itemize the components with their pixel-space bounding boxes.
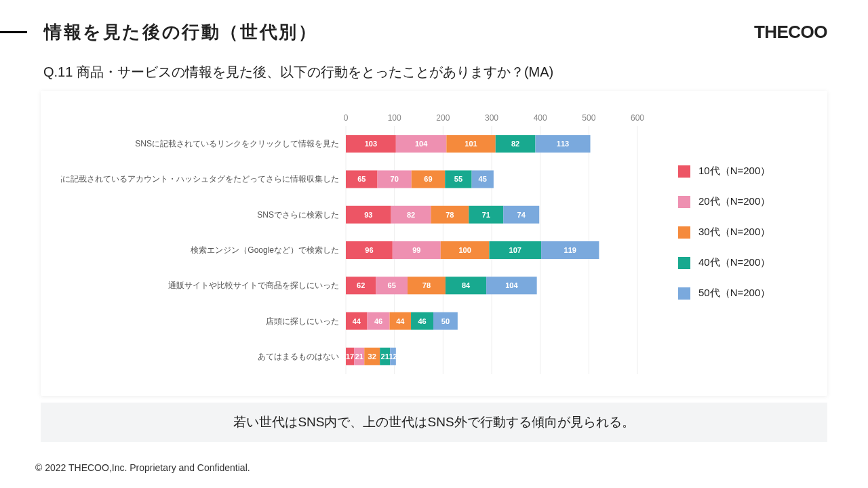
chart-card: 0100200300400500600SNSに記載されているリンクをクリックして…: [41, 91, 827, 396]
legend-swatch: [678, 257, 690, 269]
svg-text:500: 500: [582, 113, 595, 123]
insight-note: 若い世代はSNS内で、上の世代はSNS外で行動する傾向が見られる。: [41, 403, 827, 442]
svg-text:投稿に記載されているアカウント・ハッシュタグをたどってさらに: 投稿に記載されているアカウント・ハッシュタグをたどってさらに情報収集した: [61, 174, 339, 184]
svg-text:82: 82: [407, 211, 415, 219]
question-text: Q.11 商品・サービスの情報を見た後、以下の行動をとったことがありますか？(M…: [43, 63, 868, 81]
title-accent-bar: [0, 31, 27, 33]
svg-text:50: 50: [441, 317, 450, 325]
svg-text:SNSでさらに検索した: SNSでさらに検索した: [257, 210, 339, 220]
svg-text:12: 12: [389, 352, 397, 361]
svg-text:70: 70: [391, 175, 399, 183]
legend-label: 20代（N=200）: [698, 195, 770, 208]
svg-text:通販サイトや比較サイトで商品を探しにいった: 通販サイトや比較サイトで商品を探しにいった: [168, 281, 339, 290]
svg-text:100: 100: [458, 246, 471, 254]
svg-text:65: 65: [357, 175, 366, 183]
svg-text:21: 21: [355, 352, 363, 361]
page-title: 情報を見た後の行動（世代別）: [44, 20, 317, 44]
legend-label: 10代（N=200）: [698, 165, 770, 178]
svg-text:104: 104: [415, 140, 428, 148]
svg-text:71: 71: [482, 211, 490, 219]
svg-text:107: 107: [509, 246, 521, 254]
svg-text:119: 119: [564, 246, 576, 254]
svg-text:84: 84: [462, 281, 471, 289]
svg-text:600: 600: [631, 113, 644, 123]
svg-text:SNSに記載されているリンクをクリックして情報を見た: SNSに記載されているリンクをクリックして情報を見た: [135, 139, 339, 148]
svg-text:99: 99: [412, 246, 420, 254]
legend-label: 30代（N=200）: [698, 226, 770, 239]
legend-swatch: [678, 196, 690, 208]
svg-text:62: 62: [357, 281, 365, 289]
legend-item: 40代（N=200）: [678, 256, 770, 269]
svg-text:55: 55: [454, 175, 462, 183]
svg-text:113: 113: [557, 140, 569, 148]
legend-item: 30代（N=200）: [678, 226, 770, 239]
svg-text:78: 78: [422, 281, 431, 289]
legend-swatch: [678, 226, 690, 239]
svg-text:検索エンジン（Googleなど）で検索した: 検索エンジン（Googleなど）で検索した: [191, 245, 339, 255]
svg-text:0: 0: [344, 113, 349, 123]
svg-text:101: 101: [465, 140, 477, 148]
svg-text:46: 46: [418, 317, 426, 325]
svg-text:21: 21: [381, 352, 389, 361]
svg-text:65: 65: [388, 281, 396, 289]
svg-text:店頭に探しにいった: 店頭に探しにいった: [266, 317, 339, 326]
legend-swatch: [678, 287, 690, 300]
legend-item: 10代（N=200）: [678, 165, 770, 178]
footer-copyright: © 2022 THECOO,Inc. Proprietary and Confi…: [35, 462, 250, 473]
svg-text:74: 74: [517, 211, 526, 219]
svg-text:45: 45: [479, 175, 487, 183]
svg-text:96: 96: [365, 246, 373, 254]
chart-legend: 10代（N=200）20代（N=200）30代（N=200）40代（N=200）…: [678, 110, 770, 384]
svg-text:82: 82: [511, 140, 519, 148]
svg-text:69: 69: [424, 175, 432, 183]
svg-text:44: 44: [353, 317, 361, 325]
legend-swatch: [678, 165, 690, 178]
svg-text:44: 44: [396, 317, 405, 325]
brand-logo: THECOO: [754, 22, 827, 43]
svg-text:104: 104: [505, 281, 518, 289]
legend-label: 40代（N=200）: [698, 256, 770, 269]
svg-text:200: 200: [436, 113, 450, 123]
svg-text:あてはまるものはない: あてはまるものはない: [258, 352, 339, 361]
svg-text:32: 32: [368, 352, 376, 361]
svg-text:300: 300: [485, 113, 498, 123]
svg-text:17: 17: [346, 352, 354, 361]
svg-text:93: 93: [364, 211, 372, 219]
svg-text:100: 100: [388, 113, 401, 123]
legend-item: 50代（N=200）: [678, 287, 770, 300]
svg-text:78: 78: [446, 211, 454, 219]
svg-text:46: 46: [374, 317, 382, 325]
svg-text:400: 400: [534, 113, 547, 123]
legend-label: 50代（N=200）: [698, 287, 770, 300]
svg-text:103: 103: [365, 140, 377, 148]
chart-plot: 0100200300400500600SNSに記載されているリンクをクリックして…: [61, 110, 651, 384]
legend-item: 20代（N=200）: [678, 195, 770, 208]
